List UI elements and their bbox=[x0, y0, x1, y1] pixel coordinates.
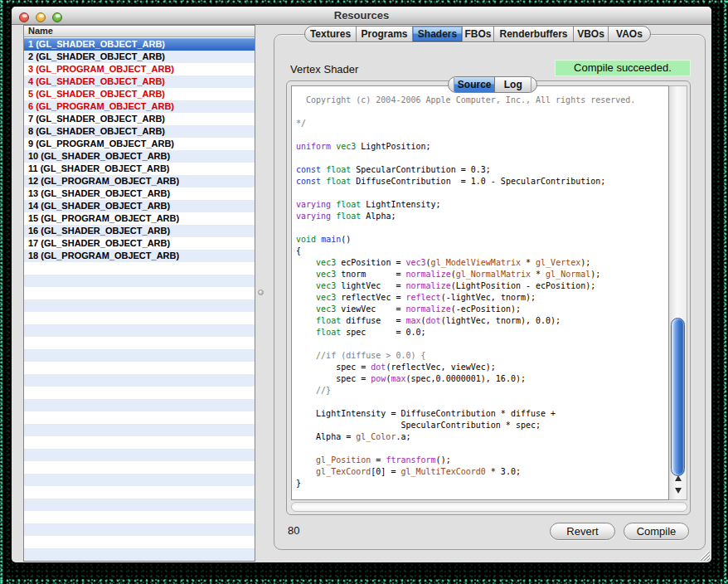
list-item[interactable]: 4 (GL_SHADER_OBJECT_ARB) bbox=[24, 75, 255, 88]
window-title: Resources bbox=[12, 7, 711, 25]
tab-fbos[interactable]: FBOs bbox=[463, 27, 494, 41]
wallpaper-edge bbox=[0, 0, 728, 3]
compile-button[interactable]: Compile bbox=[624, 523, 689, 540]
horizontal-scrollbar[interactable] bbox=[291, 502, 687, 512]
list-item[interactable]: 8 (GL_SHADER_OBJECT_ARB) bbox=[24, 125, 255, 138]
wallpaper-edge bbox=[0, 579, 728, 584]
list-item[interactable]: 14 (GL_SHADER_OBJECT_ARB) bbox=[24, 200, 255, 212]
list-item[interactable]: 1 (GL_SHADER_OBJECT_ARB) bbox=[24, 38, 255, 51]
compile-status-badge: Compile succeeded. bbox=[555, 60, 691, 76]
source-log-segmented: Source Log bbox=[448, 76, 537, 93]
list-item[interactable]: 10 (GL_SHADER_OBJECT_ARB) bbox=[24, 150, 255, 163]
list-header-label: Name bbox=[28, 26, 53, 36]
resources-window: Resources Name 1 (GL_SHADER_OBJECT_ARB)2… bbox=[12, 7, 711, 562]
tab-source[interactable]: Source bbox=[454, 77, 496, 92]
tab-renderbuffers[interactable]: Renderbuffers bbox=[494, 27, 574, 41]
tab-shaders[interactable]: Shaders bbox=[413, 27, 463, 41]
window-titlebar[interactable]: Resources bbox=[12, 7, 711, 25]
tab-vbos[interactable]: VBOs bbox=[574, 27, 609, 41]
list-item[interactable]: 7 (GL_SHADER_OBJECT_ARB) bbox=[24, 113, 255, 125]
tab-programs[interactable]: Programs bbox=[357, 27, 413, 41]
desktop: { "window": { "title": "Resources" }, "s… bbox=[0, 0, 728, 584]
list-item[interactable]: 13 (GL_SHADER_OBJECT_ARB) bbox=[24, 187, 255, 200]
scroll-down-arrow[interactable] bbox=[669, 488, 687, 494]
list-item[interactable]: 6 (GL_PROGRAM_OBJECT_ARB) bbox=[24, 100, 255, 113]
list-header-name[interactable]: Name bbox=[24, 26, 255, 37]
wallpaper-edge bbox=[724, 0, 728, 584]
line-count: 80 bbox=[288, 524, 299, 537]
scrollbar-thumb[interactable] bbox=[671, 318, 685, 476]
list-item[interactable]: 18 (GL_PROGRAM_OBJECT_ARB) bbox=[24, 250, 255, 262]
resize-grip[interactable] bbox=[697, 548, 710, 561]
scroll-up-arrow[interactable] bbox=[669, 475, 687, 481]
tab-textures[interactable]: Textures bbox=[305, 27, 357, 41]
splitter-handle[interactable] bbox=[258, 290, 264, 295]
list-item[interactable]: 2 (GL_SHADER_OBJECT_ARB) bbox=[24, 51, 255, 63]
list-item[interactable]: 5 (GL_SHADER_OBJECT_ARB) bbox=[24, 88, 255, 100]
list-item[interactable]: 3 (GL_PROGRAM_OBJECT_ARB) bbox=[24, 63, 255, 75]
list-item[interactable]: 9 (GL_PROGRAM_OBJECT_ARB) bbox=[24, 138, 255, 150]
tab-bar: TexturesProgramsShadersFBOsRenderbuffers… bbox=[304, 26, 651, 42]
resource-list: Name 1 (GL_SHADER_OBJECT_ARB)2 (GL_SHADE… bbox=[23, 25, 255, 562]
code-scrollview: Copyright (c) 2004-2006 Apple Computer, … bbox=[286, 80, 691, 515]
resource-rows: 1 (GL_SHADER_OBJECT_ARB)2 (GL_SHADER_OBJ… bbox=[24, 38, 255, 561]
list-item[interactable]: 17 (GL_SHADER_OBJECT_ARB) bbox=[24, 237, 255, 250]
list-item[interactable]: 11 (GL_SHADER_OBJECT_ARB) bbox=[24, 163, 255, 175]
list-item[interactable]: 16 (GL_SHADER_OBJECT_ARB) bbox=[24, 225, 255, 237]
vertical-scrollbar[interactable] bbox=[669, 85, 687, 500]
wallpaper-edge bbox=[0, 0, 4, 584]
shader-type-label: Vertex Shader bbox=[290, 63, 358, 75]
list-item[interactable]: 12 (GL_PROGRAM_OBJECT_ARB) bbox=[24, 175, 255, 187]
list-item[interactable]: 15 (GL_PROGRAM_OBJECT_ARB) bbox=[24, 212, 255, 225]
revert-button[interactable]: Revert bbox=[550, 523, 615, 540]
tab-vaos[interactable]: VAOs bbox=[609, 27, 650, 41]
tab-log[interactable]: Log bbox=[495, 77, 531, 92]
code-editor[interactable]: Copyright (c) 2004-2006 Apple Computer, … bbox=[291, 85, 669, 500]
